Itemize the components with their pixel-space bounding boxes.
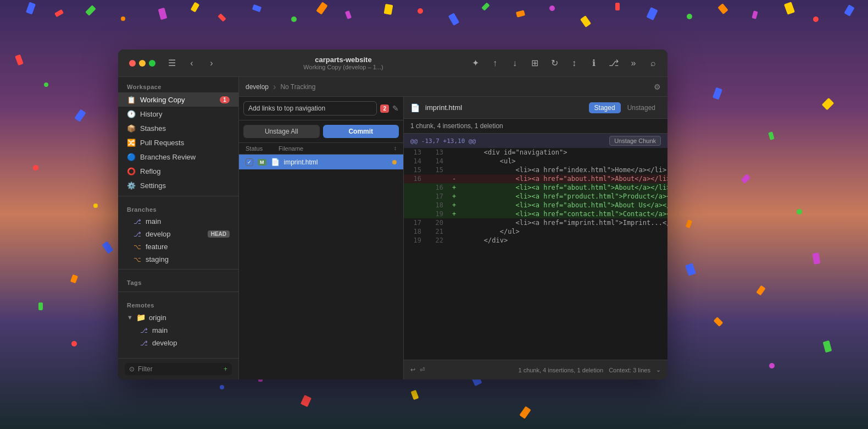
sidebar-toggle-icon[interactable]: ☰ xyxy=(164,56,180,71)
wrap-icon[interactable]: ↩ xyxy=(410,366,415,373)
remote-main-label: main xyxy=(152,326,168,334)
edit-icon[interactable]: ✎ xyxy=(392,104,399,113)
app-body: Workspace 📋 Working Copy 1 🕐 History 📦 S… xyxy=(118,77,667,380)
diff-footer-icons: ↩ ⏎ xyxy=(410,366,425,373)
diff-header: 📄 imprint.html Staged Unstaged xyxy=(404,97,667,119)
fetch-icon[interactable]: ✦ xyxy=(468,56,483,71)
context-label: Context: 3 lines xyxy=(609,367,650,373)
sidebar-item-stashes[interactable]: 📦 Stashes xyxy=(118,121,238,135)
branch-settings-icon[interactable]: ⚙ xyxy=(654,82,661,91)
filter-plus-icon[interactable]: + xyxy=(224,365,227,373)
line-content: <div id="navigation"> xyxy=(448,148,667,156)
line-content: + <li><a href="product.html">Product</a>… xyxy=(448,193,667,200)
branch-staging-label: staging xyxy=(146,255,169,263)
minimize-button[interactable] xyxy=(139,60,146,67)
working-copy-subtitle: Working Copy (develop – 1...) xyxy=(224,64,463,70)
reflog-icon: ⭕ xyxy=(127,167,136,175)
working-copy-icon: 📋 xyxy=(127,95,136,104)
file-list-scroll[interactable]: ✓ M 📄 imprint.html xyxy=(239,155,403,380)
unstage-chunk-button[interactable]: Unstage Chunk xyxy=(609,136,661,146)
actions-row: Unstage All Commit xyxy=(239,120,403,143)
context-chevron-icon[interactable]: ⌄ xyxy=(656,366,661,373)
branch-icon[interactable]: ⎇ xyxy=(606,56,621,71)
diff-content[interactable]: @@ -13,7 +13,10 @@ Unstage Chunk 13 13 <… xyxy=(404,134,667,360)
sidebar-divider-1 xyxy=(118,196,238,196)
history-label: History xyxy=(140,110,162,118)
diff-line: 18 21 </ul> xyxy=(404,227,667,236)
toolbar-title: carparts-website Working Copy (develop –… xyxy=(224,56,463,70)
remote-develop-icon: ⎇ xyxy=(140,339,148,347)
whitespace-icon[interactable]: ⏎ xyxy=(420,366,425,373)
tab-unstaged[interactable]: Unstaged xyxy=(622,102,661,113)
sidebar-item-branches-review[interactable]: 🔵 Branches Review xyxy=(118,150,238,164)
current-branch: develop xyxy=(246,83,269,91)
diff-line: 14 14 <ul> xyxy=(404,157,667,166)
file-status-badge: M xyxy=(258,159,266,166)
remote-origin[interactable]: ▼ 📁 origin xyxy=(118,311,238,324)
remote-develop[interactable]: ⎇ develop xyxy=(118,337,238,349)
branches-review-label: Branches Review xyxy=(140,153,196,161)
line-content: <li><a href="imprint.html">Imprint...</a… xyxy=(448,219,667,227)
tab-staged[interactable]: Staged xyxy=(589,102,621,113)
tag-icon[interactable]: ↕ xyxy=(566,56,582,71)
commit-message-input[interactable] xyxy=(243,101,377,116)
old-line-num: 18 xyxy=(404,228,426,235)
filename-column-header: Filename xyxy=(279,145,394,152)
tags-header: Tags xyxy=(118,273,238,288)
head-badge: HEAD xyxy=(208,230,230,238)
search-icon[interactable]: ⌕ xyxy=(646,56,661,71)
new-line-num: 14 xyxy=(426,157,448,165)
branch-develop[interactable]: ⎇ develop HEAD xyxy=(118,228,238,240)
chunk-range: @@ -13,7 +13,10 @@ xyxy=(410,138,476,145)
branch-main[interactable]: ⎇ main xyxy=(118,215,238,228)
diff-footer-stats: 1 chunk, 4 insertions, 1 deletion xyxy=(518,367,603,373)
stash-icon[interactable]: ⊞ xyxy=(527,56,542,71)
remote-folder-icon: 📁 xyxy=(136,313,146,322)
sidebar: Workspace 📋 Working Copy 1 🕐 History 📦 S… xyxy=(118,77,239,380)
remote-chevron-icon: ▼ xyxy=(127,314,133,321)
commit-button[interactable]: Commit xyxy=(323,125,399,138)
file-name: imprint.html xyxy=(284,158,388,166)
diff-line: 15 15 <li><a href="index.html">Home</a><… xyxy=(404,166,667,174)
scroll-icon: ↕ xyxy=(394,145,397,152)
sidebar-item-reflog[interactable]: ⭕ Reflog xyxy=(118,164,238,178)
nav-back-icon[interactable]: ‹ xyxy=(184,56,199,71)
branch-staging[interactable]: ⌥ staging xyxy=(118,253,238,266)
branch-develop-icon: ⎇ xyxy=(133,230,141,238)
remote-origin-label: origin xyxy=(149,314,166,322)
table-row[interactable]: ✓ M 📄 imprint.html xyxy=(239,155,403,169)
old-line-num xyxy=(404,201,426,209)
sidebar-item-pull-requests[interactable]: 🔀 Pull Requests xyxy=(118,135,238,150)
workspace-header: Workspace xyxy=(118,77,238,92)
file-type-icon: 📄 xyxy=(271,158,280,166)
old-line-num: 16 xyxy=(404,175,426,183)
maximize-button[interactable] xyxy=(149,60,155,67)
old-line-num xyxy=(404,193,426,200)
stashes-label: Stashes xyxy=(140,124,166,133)
traffic-lights xyxy=(125,60,160,67)
refresh-icon[interactable]: ↻ xyxy=(547,56,562,71)
unstage-all-button[interactable]: Unstage All xyxy=(243,125,320,138)
push-icon[interactable]: ↑ xyxy=(487,56,503,71)
more-icon[interactable]: » xyxy=(626,56,641,71)
info-icon[interactable]: ℹ xyxy=(586,56,602,71)
close-button[interactable] xyxy=(129,60,136,67)
diff-filename: imprint.html xyxy=(425,103,462,112)
old-line-num xyxy=(404,184,426,191)
nav-forward-icon[interactable]: › xyxy=(204,56,219,71)
file-checkbox[interactable]: ✓ xyxy=(246,158,253,166)
pull-icon[interactable]: ↓ xyxy=(507,56,522,71)
branch-staging-icon: ⌥ xyxy=(133,256,141,263)
file-panel: 2 ✎ Unstage All Commit Status Filename ↕ xyxy=(239,97,404,380)
file-dot xyxy=(392,160,397,164)
filter-placeholder: Filter xyxy=(138,365,153,373)
stashes-icon: 📦 xyxy=(127,124,136,133)
history-icon: 🕐 xyxy=(127,109,136,118)
remote-main[interactable]: ⎇ main xyxy=(118,324,238,337)
sidebar-item-working-copy[interactable]: 📋 Working Copy 1 xyxy=(118,92,238,107)
filter-bar[interactable]: ⊙ Filter + xyxy=(125,363,232,375)
sidebar-item-history[interactable]: 🕐 History xyxy=(118,107,238,121)
sidebar-item-settings[interactable]: ⚙️ Settings xyxy=(118,178,238,193)
working-copy-badge: 1 xyxy=(220,96,230,103)
branch-feature[interactable]: ⌥ feature xyxy=(118,240,238,253)
